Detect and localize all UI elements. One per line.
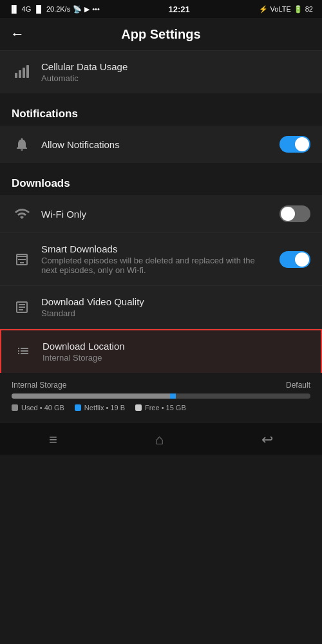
wifi-only-text: Wi-Fi Only: [41, 209, 270, 220]
toggle-knob-smart: [295, 252, 309, 267]
svg-rect-1: [19, 70, 21, 78]
storage-labels: Internal Storage Default: [12, 381, 310, 390]
allow-notifications-text: Allow Notifications: [41, 139, 270, 150]
allow-notifications-toggle[interactable]: [279, 136, 310, 153]
legend-dot-netflix: [75, 404, 81, 411]
toggle-knob: [295, 137, 309, 151]
battery-icon: 🔋: [294, 5, 303, 14]
wifi-icon: [12, 206, 32, 222]
legend-netflix-label: Netflix • 19 B: [84, 404, 125, 412]
download-location-label: Download Location: [43, 341, 309, 352]
bottom-nav: ≡ ⌂ ↩: [0, 422, 322, 455]
wifi-only-toggle[interactable]: [279, 205, 310, 222]
smart-downloads-text: Smart Downloads Completed episodes will …: [41, 243, 270, 275]
cellular-sublabel: Automatic: [41, 73, 310, 83]
video-quality-sublabel: Standard: [41, 308, 310, 318]
legend-free-label: Free • 15 GB: [145, 404, 186, 412]
smart-downloads-sublabel: Completed episodes will be deleted and r…: [41, 256, 270, 275]
volte-icon: VoLTE: [270, 5, 291, 13]
cellular-icon: [12, 64, 32, 80]
storage-bar-netflix: [170, 393, 176, 399]
top-bar: ← App Settings: [0, 18, 322, 51]
storage-right-label: Default: [286, 381, 310, 390]
svg-rect-3: [26, 65, 29, 78]
legend-dot-used: [12, 404, 18, 411]
back-nav-button[interactable]: ↩: [261, 431, 273, 448]
svg-rect-2: [23, 68, 25, 78]
downloads-header: Downloads: [0, 164, 322, 195]
cellular-label: Cellular Data Usage: [41, 61, 310, 72]
menu-button[interactable]: ≡: [49, 431, 57, 448]
download-location-text: Download Location Internal Storage: [43, 341, 309, 363]
legend-free: Free • 15 GB: [135, 404, 186, 412]
status-bar: ▐▌ 4G ▐▌ 20.2K/s 📡 ▶ ••• 12:21 ⚡ VoLTE 🔋…: [0, 0, 322, 18]
video-quality-item[interactable]: Download Video Quality Standard: [0, 286, 322, 329]
home-button[interactable]: ⌂: [155, 431, 164, 448]
downloads-section: Wi-Fi Only Smart Downloads Completed epi…: [0, 195, 322, 373]
back-button[interactable]: ←: [10, 26, 24, 43]
video-quality-text: Download Video Quality Standard: [41, 296, 310, 318]
video-quality-label: Download Video Quality: [41, 296, 310, 307]
downloads-header-text: Downloads: [12, 177, 70, 189]
storage-section: Internal Storage Default Used • 40 GB Ne…: [0, 374, 322, 422]
cellular-text: Cellular Data Usage Automatic: [41, 61, 310, 83]
smart-downloads-icon: [12, 252, 32, 267]
signal-icon: ▐▌: [9, 5, 19, 13]
bluetooth-icon: ⚡: [259, 5, 268, 14]
notifications-header: Notifications: [0, 95, 322, 126]
allow-notifications-item[interactable]: Allow Notifications: [0, 126, 322, 163]
notifications-header-text: Notifications: [12, 108, 78, 120]
bell-icon: [12, 137, 32, 152]
cellular-section: Cellular Data Usage Automatic: [0, 51, 322, 93]
cast-icon: 📡: [73, 5, 82, 14]
storage-left-label: Internal Storage: [12, 381, 66, 390]
allow-notifications-label: Allow Notifications: [41, 139, 270, 150]
more-icon: •••: [92, 5, 100, 13]
video-quality-icon: [12, 299, 32, 315]
smart-downloads-item[interactable]: Smart Downloads Completed episodes will …: [0, 233, 322, 286]
toggle-knob-wifi: [281, 207, 295, 221]
network-type: 4G: [22, 5, 32, 13]
smart-downloads-toggle[interactable]: [279, 251, 310, 268]
storage-legend: Used • 40 GB Netflix • 19 B Free • 15 GB: [12, 404, 310, 412]
legend-dot-free: [135, 404, 142, 411]
storage-bar: [12, 393, 310, 399]
status-right: ⚡ VoLTE 🔋 82: [259, 5, 313, 14]
cellular-item[interactable]: Cellular Data Usage Automatic: [0, 51, 322, 93]
battery-level: 82: [305, 5, 313, 13]
speed-indicator: 20.2K/s: [46, 5, 70, 13]
wifi-only-item[interactable]: Wi-Fi Only: [0, 195, 322, 233]
smart-downloads-label: Smart Downloads: [41, 243, 270, 254]
notifications-section: Allow Notifications: [0, 126, 322, 163]
media-icon: ▶: [84, 5, 90, 14]
legend-netflix: Netflix • 19 B: [75, 404, 125, 412]
status-time: 12:21: [169, 5, 190, 14]
download-location-sublabel: Internal Storage: [43, 353, 309, 363]
legend-used-label: Used • 40 GB: [21, 404, 64, 412]
signal-icon-2: ▐▌: [33, 5, 44, 13]
download-location-icon: [13, 344, 33, 359]
wifi-only-label: Wi-Fi Only: [41, 209, 270, 220]
legend-used: Used • 40 GB: [12, 404, 64, 412]
status-left: ▐▌ 4G ▐▌ 20.2K/s 📡 ▶ •••: [9, 5, 100, 14]
storage-bar-used: [12, 393, 170, 399]
svg-rect-0: [15, 73, 17, 78]
download-location-item[interactable]: Download Location Internal Storage: [0, 329, 322, 373]
page-title: App Settings: [32, 27, 290, 42]
